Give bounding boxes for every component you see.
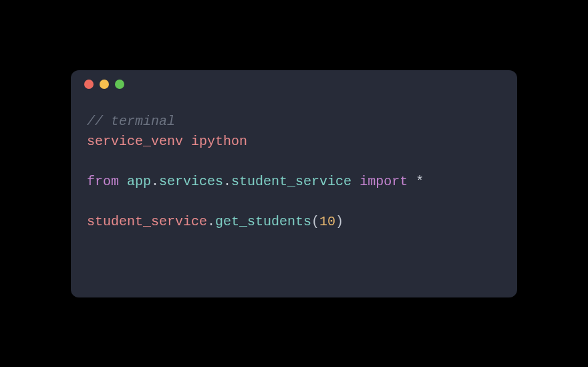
- code-line-2: from app.services.student_service import…: [87, 172, 501, 192]
- keyword-from: from: [87, 174, 119, 189]
- title-bar: [71, 70, 517, 98]
- maximize-button[interactable]: [115, 80, 124, 89]
- module-student-service: student_service: [231, 174, 351, 189]
- code-line-comment: // terminal: [87, 112, 501, 132]
- import-star: *: [416, 174, 424, 189]
- comment-slashes: //: [87, 114, 111, 129]
- code-line-1: service_venv ipython: [87, 132, 501, 152]
- module-services: services: [159, 174, 223, 189]
- minimize-button[interactable]: [100, 80, 109, 89]
- command-name: service_venv: [87, 134, 183, 149]
- method-name: get_students: [215, 214, 311, 229]
- arg-number: 10: [319, 214, 335, 229]
- code-line-3: student_service.get_students(10): [87, 212, 501, 232]
- terminal-window: // terminal service_venv ipython from ap…: [71, 70, 517, 297]
- code-line-blank-1: [87, 152, 501, 172]
- command-arg: ipython: [191, 134, 247, 149]
- close-button[interactable]: [84, 80, 94, 89]
- keyword-import: import: [359, 174, 408, 189]
- code-line-blank-2: [87, 192, 501, 212]
- module-app: app: [127, 174, 151, 189]
- terminal-content[interactable]: // terminal service_venv ipython from ap…: [71, 98, 517, 245]
- object-name: student_service: [87, 214, 207, 229]
- comment-text: terminal: [111, 114, 175, 129]
